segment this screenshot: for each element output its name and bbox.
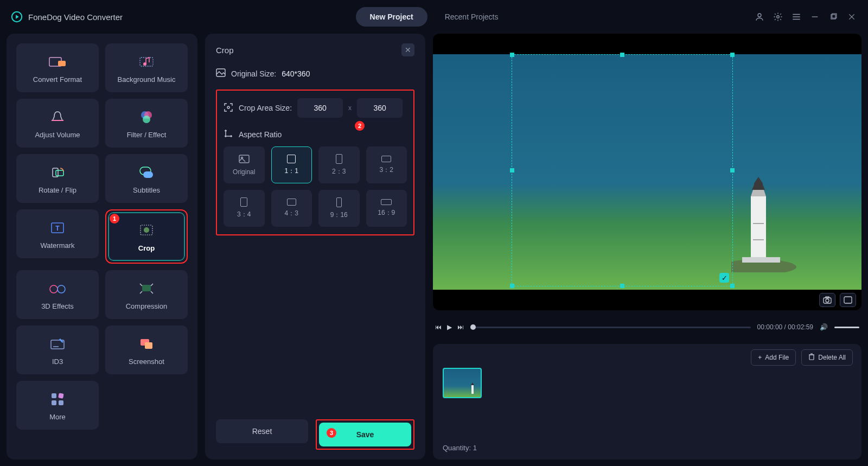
window-minimize-icon[interactable] xyxy=(809,11,820,22)
fullscreen-icon[interactable] xyxy=(840,293,856,307)
aspect-shape-icon xyxy=(287,199,296,206)
tool-filter-effect[interactable]: Filter / Effect xyxy=(105,99,188,148)
tool-id3[interactable]: ID3 xyxy=(16,325,99,374)
svg-marker-60 xyxy=(471,382,474,385)
tool-label: Rotate / Flip xyxy=(39,186,76,194)
add-file-button[interactable]: +Add File xyxy=(751,349,796,366)
reset-button[interactable]: Reset xyxy=(216,419,308,443)
next-frame-icon[interactable]: ⏭ xyxy=(457,323,464,331)
tool-label: Screenshot xyxy=(129,358,164,366)
crop-handle-mr[interactable] xyxy=(730,168,735,173)
play-icon[interactable]: ▶ xyxy=(447,323,452,331)
quantity-value: 1 xyxy=(473,444,477,452)
tool-label: Filter / Effect xyxy=(127,131,167,139)
background-music-icon xyxy=(137,53,156,71)
delete-all-button[interactable]: Delete All xyxy=(801,349,853,366)
progress-track[interactable] xyxy=(470,327,751,328)
tool-adjust-volume[interactable]: Adjust Volume xyxy=(16,99,99,148)
account-icon[interactable] xyxy=(754,11,765,22)
app-logo-icon xyxy=(11,11,23,23)
crop-selection-box[interactable]: ✓ xyxy=(512,54,733,286)
aspect-label: 3：4 xyxy=(237,210,251,219)
compression-icon xyxy=(137,279,156,298)
crop-handle-bl[interactable] xyxy=(510,284,514,288)
tool-crop-highlight: 1 Crop xyxy=(105,209,188,264)
aspect-shape-icon xyxy=(287,155,296,163)
svg-rect-20 xyxy=(56,170,63,176)
aspect-9-16[interactable]: 9：16 xyxy=(318,190,360,227)
crop-width-input[interactable] xyxy=(297,98,343,118)
video-preview-pane[interactable]: ✓ xyxy=(433,34,861,310)
video-thumbnail[interactable] xyxy=(443,368,482,398)
time-display: 00:00:00 / 00:02:59 xyxy=(757,323,813,331)
tool-more[interactable]: More xyxy=(16,381,99,430)
aspect-ratio-label: Aspect Ratio xyxy=(239,130,282,139)
volume-bell-icon xyxy=(48,108,67,126)
svg-rect-36 xyxy=(58,393,63,398)
crop-handle-tr[interactable] xyxy=(730,53,735,57)
tool-convert-format[interactable]: Convert Format xyxy=(16,43,99,92)
crop-handle-bm[interactable] xyxy=(620,284,624,288)
crop-area-icon xyxy=(224,103,233,114)
volume-slider[interactable] xyxy=(834,327,859,328)
crop-handle-ml[interactable] xyxy=(510,168,514,173)
svg-point-18 xyxy=(143,116,150,123)
crop-handle-br[interactable] xyxy=(730,284,735,288)
aspect-label: 1：1 xyxy=(285,167,298,176)
progress-thumb[interactable] xyxy=(470,324,476,330)
prev-frame-icon[interactable]: ⏮ xyxy=(435,323,442,331)
aspect-2-3[interactable]: 2：3 xyxy=(318,146,360,183)
window-close-icon[interactable] xyxy=(846,11,857,22)
svg-point-1 xyxy=(758,14,761,17)
aspect-original[interactable]: Original xyxy=(224,146,265,183)
aspect-3-2[interactable]: 3：2 xyxy=(366,146,407,183)
svg-point-27 xyxy=(50,285,58,293)
tool-label: 3D Effects xyxy=(41,302,74,310)
tool-subtitles[interactable]: Subtitles xyxy=(105,154,188,203)
subtitles-icon xyxy=(137,163,156,182)
crop-settings-highlight: 2 Crop Area Size: x Aspect Ratio Origina… xyxy=(216,90,414,235)
crop-icon xyxy=(137,221,156,240)
filter-effect-icon xyxy=(137,108,156,126)
svg-rect-56 xyxy=(809,355,814,360)
duration-time: 00:02:59 xyxy=(788,323,813,331)
crop-height-input[interactable] xyxy=(357,98,403,118)
crop-handle-tl[interactable] xyxy=(510,53,514,57)
settings-gear-icon[interactable] xyxy=(773,11,783,22)
tool-compression[interactable]: Compression xyxy=(105,270,188,319)
aspect-label: 4：3 xyxy=(285,209,298,218)
file-list-area: +Add File Delete All Quantity: 1 xyxy=(433,344,861,459)
aspect-3-4[interactable]: 3：4 xyxy=(224,190,265,227)
tool-label: More xyxy=(49,413,66,421)
svg-point-26 xyxy=(144,227,149,233)
crop-handle-tm[interactable] xyxy=(620,53,624,57)
volume-icon[interactable]: 🔊 xyxy=(820,323,828,331)
trash-icon xyxy=(808,353,815,362)
aspect-4-3[interactable]: 4：3 xyxy=(271,190,312,227)
tool-watermark[interactable]: TWatermark xyxy=(16,209,99,258)
original-size-label: Original Size: xyxy=(231,69,276,78)
svg-point-2 xyxy=(777,16,780,18)
tool-label: Watermark xyxy=(40,241,74,250)
crop-panel-close-button[interactable]: ✕ xyxy=(401,43,414,56)
tool-label: Subtitles xyxy=(133,186,160,194)
rotate-flip-icon xyxy=(48,163,67,182)
svg-rect-12 xyxy=(58,61,66,66)
menu-hamburger-icon[interactable] xyxy=(791,11,802,22)
svg-rect-37 xyxy=(52,400,56,405)
svg-rect-47 xyxy=(754,183,763,189)
tab-new-project[interactable]: New Project xyxy=(356,7,427,27)
aspect-1-1[interactable]: 1：1 xyxy=(271,146,312,183)
tool-screenshot[interactable]: Screenshot xyxy=(105,325,188,374)
tool-crop[interactable]: Crop xyxy=(108,212,185,261)
crop-confirm-check-icon[interactable]: ✓ xyxy=(719,273,729,283)
camera-snapshot-icon[interactable] xyxy=(819,293,835,307)
tool-rotate-flip[interactable]: Rotate / Flip xyxy=(16,154,99,203)
tab-recent-projects[interactable]: Recent Projects xyxy=(431,7,513,27)
tool-3d-effects[interactable]: 3D Effects xyxy=(16,270,99,319)
tool-background-music[interactable]: Background Music xyxy=(105,43,188,92)
preview-column: ✓ ⏮ ▶ ⏭ 00:00:00 / 00:02:59 🔊 xyxy=(433,34,861,459)
aspect-16-9[interactable]: 16：9 xyxy=(366,190,407,227)
window-maximize-icon[interactable] xyxy=(828,11,839,22)
aspect-shape-icon xyxy=(381,156,391,162)
